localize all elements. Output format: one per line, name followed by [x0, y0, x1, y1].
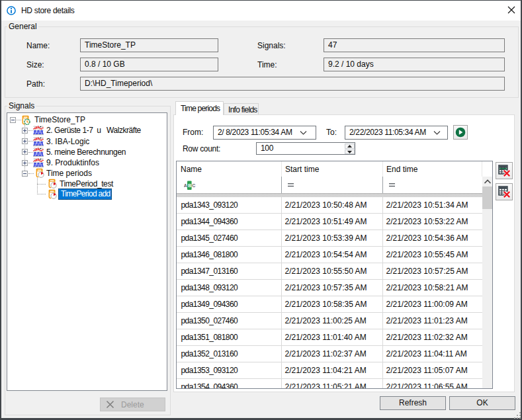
- svg-text:C: C: [192, 183, 195, 188]
- svg-text:B: B: [188, 183, 191, 188]
- svg-text:A: A: [184, 183, 187, 188]
